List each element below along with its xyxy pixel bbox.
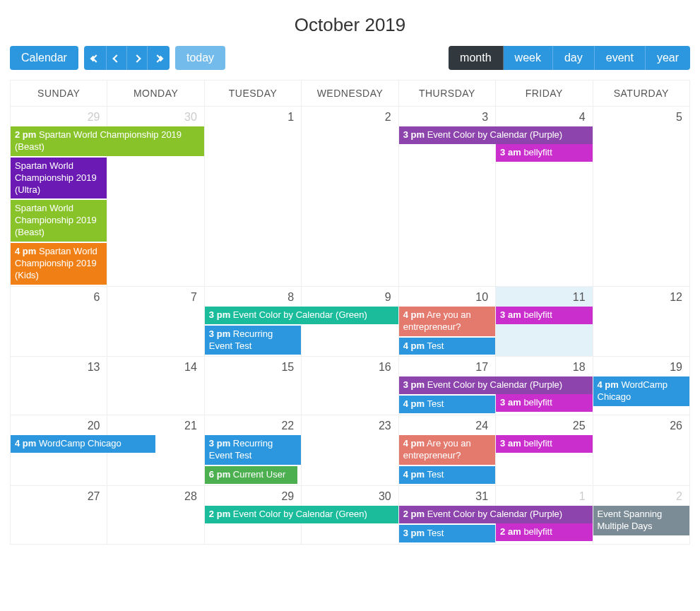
day-number: 9 bbox=[302, 287, 398, 307]
day-cell[interactable]: 27 bbox=[11, 485, 107, 544]
event-title: Spartan World Championship 2019 (Beast) bbox=[15, 203, 97, 237]
day-cell[interactable]: 292 pm Event Color by Calendar (Green) bbox=[204, 485, 301, 544]
day-cell[interactable]: 104 pm Are you an entrepreneur?4 pm Test bbox=[398, 286, 495, 357]
event[interactable]: 4 pm Test bbox=[399, 396, 495, 413]
today-button[interactable]: today bbox=[175, 46, 225, 70]
event-time: 4 pm bbox=[403, 438, 425, 449]
event[interactable]: 3 pm Test bbox=[399, 525, 495, 542]
day-cell[interactable]: 7 bbox=[107, 286, 204, 357]
event[interactable]: 3 am bellyfitt bbox=[496, 435, 592, 453]
day-cell[interactable]: 5 bbox=[593, 107, 689, 287]
day-header: SATURDAY bbox=[593, 81, 689, 107]
event-title: Spartan World Championship 2019 (Beast) bbox=[15, 129, 182, 152]
view-week[interactable]: week bbox=[504, 46, 553, 70]
event[interactable]: 3 am bellyfitt bbox=[496, 394, 592, 412]
event[interactable]: 4 pm Test bbox=[399, 466, 495, 484]
event[interactable]: 4 pm WordCamp Chicago bbox=[593, 376, 689, 406]
day-cell[interactable]: 204 pm WordCamp Chicago bbox=[11, 415, 107, 486]
event-time: 3 pm bbox=[403, 379, 425, 390]
day-cell[interactable]: 113 am bellyfitt bbox=[496, 286, 593, 357]
next-button[interactable] bbox=[127, 46, 148, 70]
day-number: 13 bbox=[11, 357, 107, 376]
view-year[interactable]: year bbox=[646, 46, 690, 70]
day-cell[interactable]: 23 bbox=[302, 415, 398, 486]
day-number: 21 bbox=[107, 415, 203, 435]
event[interactable]: 3 pm Event Color by Calendar (Green) bbox=[205, 307, 398, 324]
day-number: 2 bbox=[302, 107, 398, 126]
event-title: Event Spanning Multiple Days bbox=[598, 509, 663, 531]
day-number: 29 bbox=[11, 107, 107, 126]
day-header: WEDNESDAY bbox=[302, 81, 398, 107]
day-number: 30 bbox=[302, 486, 398, 506]
day-cell[interactable]: 15 bbox=[204, 357, 301, 415]
day-number: 24 bbox=[399, 415, 495, 435]
day-number: 11 bbox=[496, 287, 592, 307]
day-cell[interactable]: 1 bbox=[204, 107, 301, 287]
day-number: 28 bbox=[107, 486, 203, 506]
day-cell[interactable]: 43 am bellyfitt bbox=[496, 107, 593, 287]
event[interactable]: 2 am bellyfitt bbox=[496, 523, 592, 541]
day-cell[interactable]: 12 bbox=[593, 286, 689, 357]
last-button[interactable] bbox=[148, 46, 170, 70]
event[interactable]: 3 pm Recurring Event Test bbox=[205, 435, 301, 465]
event-title: Test bbox=[427, 398, 444, 409]
day-number: 7 bbox=[107, 287, 203, 307]
day-number: 2 bbox=[593, 486, 689, 506]
calendars-button[interactable]: Calendar bbox=[10, 46, 78, 70]
day-cell[interactable]: 223 pm Recurring Event Test6 pm Current … bbox=[204, 415, 301, 486]
event[interactable]: 4 pm Spartan World Championship 2019 (Ki… bbox=[11, 243, 107, 285]
day-cell[interactable]: 2 bbox=[302, 107, 398, 287]
view-day[interactable]: day bbox=[553, 46, 595, 70]
event-time: 3 am bbox=[500, 309, 521, 320]
event[interactable]: 4 pm Test bbox=[399, 338, 495, 355]
day-number: 14 bbox=[107, 357, 203, 376]
day-cell[interactable]: 14 bbox=[107, 357, 204, 415]
calendar-title: October 2019 bbox=[10, 14, 690, 36]
day-cell[interactable]: 2Event Spanning Multiple Days bbox=[593, 485, 689, 544]
day-number: 15 bbox=[205, 357, 301, 376]
day-cell[interactable]: 253 am bellyfitt bbox=[496, 415, 593, 486]
day-cell[interactable]: 13 bbox=[11, 357, 107, 415]
event[interactable]: 4 pm WordCamp Chicago bbox=[11, 435, 155, 453]
day-number: 22 bbox=[205, 415, 301, 435]
event-spacer bbox=[496, 126, 592, 144]
day-header: TUESDAY bbox=[204, 81, 301, 107]
day-cell[interactable]: 83 pm Event Color by Calendar (Green)3 p… bbox=[204, 286, 301, 357]
event[interactable]: Spartan World Championship 2019 (Ultra) bbox=[11, 158, 107, 199]
chevron-right-icon bbox=[133, 54, 141, 62]
event[interactable]: Event Spanning Multiple Days bbox=[593, 506, 689, 535]
event[interactable]: Spartan World Championship 2019 (Beast) bbox=[11, 200, 107, 242]
day-cell[interactable]: 292 pm Spartan World Championship 2019 (… bbox=[11, 107, 107, 287]
event-time: 3 am bbox=[500, 438, 521, 449]
day-cell[interactable]: 33 pm Event Color by Calendar (Purple) bbox=[398, 107, 495, 287]
event[interactable]: 3 pm Recurring Event Test bbox=[205, 326, 301, 355]
day-cell[interactable]: 28 bbox=[107, 485, 204, 544]
day-cell[interactable]: 6 bbox=[11, 286, 107, 357]
day-number: 8 bbox=[205, 287, 301, 307]
event[interactable]: 4 pm Are you an entrepreneur? bbox=[399, 435, 495, 465]
event[interactable]: 2 pm Event Color by Calendar (Green) bbox=[205, 506, 398, 523]
first-button[interactable] bbox=[84, 46, 107, 70]
event[interactable]: 2 pm Spartan World Championship 2019 (Be… bbox=[11, 126, 204, 156]
day-cell[interactable]: 173 pm Event Color by Calendar (Purple)4… bbox=[398, 357, 495, 415]
day-cell[interactable]: 183 am bellyfitt bbox=[496, 357, 593, 415]
day-cell[interactable]: 312 pm Event Color by Calendar (Purple)3… bbox=[398, 485, 495, 544]
view-event[interactable]: event bbox=[595, 46, 646, 70]
day-cell[interactable]: 12 am bellyfitt bbox=[496, 485, 593, 544]
day-cell[interactable]: 26 bbox=[593, 415, 689, 486]
day-header: MONDAY bbox=[107, 81, 204, 107]
day-header: SUNDAY bbox=[11, 81, 107, 107]
event[interactable]: 3 am bellyfitt bbox=[496, 144, 592, 162]
event[interactable]: 6 pm Current User bbox=[205, 466, 297, 484]
view-month[interactable]: month bbox=[449, 46, 503, 70]
prev-button[interactable] bbox=[107, 46, 127, 70]
day-number: 4 bbox=[496, 107, 592, 126]
event[interactable]: 3 am bellyfitt bbox=[496, 307, 592, 324]
event[interactable]: 4 pm Are you an entrepreneur? bbox=[399, 307, 495, 336]
event-time: 4 pm bbox=[15, 246, 36, 256]
day-cell[interactable]: 244 pm Are you an entrepreneur?4 pm Test bbox=[398, 415, 495, 486]
day-cell[interactable]: 16 bbox=[302, 357, 398, 415]
day-cell[interactable]: 194 pm WordCamp Chicago bbox=[593, 357, 689, 415]
day-number: 26 bbox=[593, 415, 689, 435]
event-time: 3 pm bbox=[209, 309, 230, 320]
